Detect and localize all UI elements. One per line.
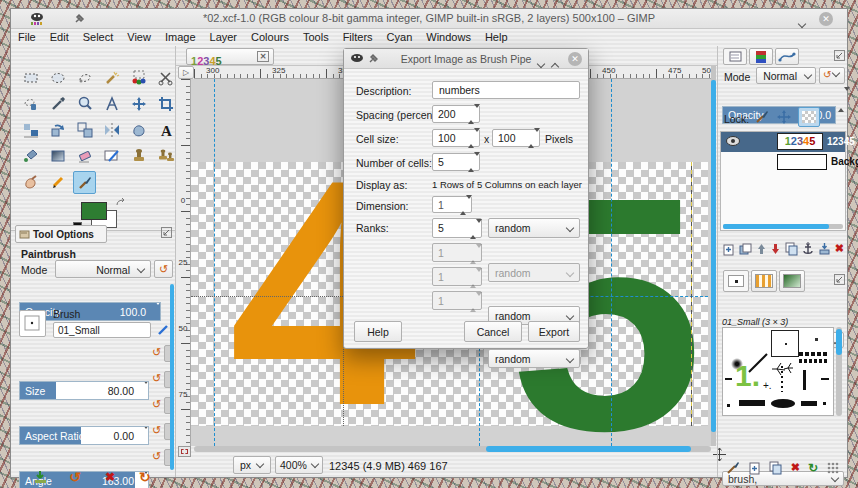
restore-tool-preset-icon[interactable]: ↺ (69, 469, 81, 485)
brush-item[interactable] (799, 359, 829, 363)
size-reset-icon[interactable]: ↺ (152, 346, 161, 359)
aspect-reset-icon[interactable]: ↺ (152, 372, 161, 385)
zoom-tool[interactable] (73, 93, 96, 116)
help-button[interactable]: Help (354, 321, 402, 342)
spacing-reset-icon[interactable]: ↺ (152, 424, 161, 437)
menu-windows[interactable]: Windows (419, 29, 478, 43)
tab-patterns[interactable] (751, 270, 777, 292)
delete-brush-icon[interactable]: ✖ (791, 461, 800, 477)
raise-layer-icon[interactable] (756, 242, 767, 258)
flip-tool[interactable] (100, 119, 123, 142)
gradient-tool[interactable] (46, 145, 69, 168)
angle-reset-icon[interactable]: ↺ (152, 398, 161, 411)
vertical-ruler[interactable]: 0 25 50 75 100 (176, 79, 191, 446)
delete-tool-preset-icon[interactable]: ✖ (105, 470, 115, 484)
open-brush-as-image-icon[interactable] (826, 461, 840, 477)
fuzzy-select-tool[interactable] (100, 67, 123, 90)
foreground-colour-swatch[interactable] (81, 202, 107, 220)
new-brush-icon[interactable] (748, 461, 761, 477)
rank-mode-dropdown-1[interactable]: random (488, 218, 580, 238)
pencil-tool[interactable] (46, 171, 69, 194)
mode-reset-button[interactable]: ↺ (154, 260, 173, 278)
description-input[interactable]: numbers (432, 81, 580, 99)
clone-tool[interactable] (127, 145, 150, 168)
number-of-cells-spinner[interactable]: 5 (432, 153, 480, 171)
perspective-clone-tool[interactable] (154, 145, 177, 168)
menu-colours[interactable]: Colours (244, 29, 296, 43)
cell-width-spinner[interactable]: 100 (432, 129, 480, 147)
brush-name-entry[interactable]: 01_Small (53, 322, 151, 338)
cell-height-spinner[interactable]: 100 (492, 129, 540, 147)
cancel-button[interactable]: Cancel (464, 321, 522, 342)
brush-item[interactable] (821, 378, 829, 380)
close-image-tab-icon[interactable]: ✕ (257, 51, 269, 62)
new-layer-icon[interactable] (722, 242, 735, 258)
layer-opacity-spinner[interactable] (838, 91, 847, 109)
brush-item[interactable] (801, 401, 817, 406)
layer-mode-dropdown[interactable]: Normal (756, 67, 816, 84)
tab-paths[interactable] (775, 48, 799, 65)
visibility-eye-icon[interactable] (726, 136, 740, 146)
smudge-tool[interactable] (19, 171, 42, 194)
layers-dock-configure-icon[interactable] (834, 50, 845, 61)
image-tab-12345[interactable]: 12345 ✕ (186, 48, 274, 65)
brushes-dock-configure-icon[interactable] (834, 274, 845, 285)
lock-position-icon[interactable] (776, 109, 792, 125)
crop-tool[interactable] (154, 93, 177, 116)
tab-tool-options[interactable]: Tool Options (15, 225, 107, 243)
duplicate-brush-icon[interactable] (769, 461, 783, 477)
menu-image[interactable]: Image (158, 29, 203, 43)
aspect-ratio-slider[interactable]: Aspect Ratio 0.00 (19, 426, 149, 445)
refresh-brushes-icon[interactable]: ↻ (808, 461, 818, 477)
swap-colours-icon[interactable] (115, 198, 127, 208)
handle-transform-tool[interactable] (127, 119, 150, 142)
tool-options-scrollbar[interactable] (170, 284, 174, 470)
menu-layer[interactable]: Layer (203, 29, 245, 43)
brush-item[interactable] (803, 370, 806, 390)
brush-thumbnail[interactable] (19, 310, 46, 337)
select-by-color-tool[interactable] (127, 67, 150, 90)
new-layer-group-icon[interactable] (739, 242, 752, 258)
layer-name[interactable]: Backgro (831, 156, 858, 167)
scissors-select-tool[interactable] (154, 67, 177, 90)
dialog-titlebar[interactable]: Export Image as Brush Pipe ✕ (344, 49, 588, 69)
menu-view[interactable]: View (120, 29, 158, 43)
measure-tool[interactable] (100, 93, 123, 116)
quick-mask-toggle[interactable] (178, 446, 191, 457)
dialog-close-button[interactable]: ✕ (568, 52, 582, 66)
rotate-tool[interactable] (46, 119, 69, 142)
menu-filters[interactable]: Filters (336, 29, 380, 43)
canvas-vertical-scrollbar[interactable] (711, 66, 716, 446)
paintbrush-tool[interactable] (73, 171, 96, 194)
brush-item[interactable] (771, 399, 795, 408)
lock-pixels-icon[interactable] (754, 109, 770, 125)
tab-gradients[interactable] (779, 270, 805, 292)
brush-item[interactable] (771, 360, 795, 378)
tab-channels[interactable] (749, 48, 773, 65)
scale-tool[interactable] (73, 119, 96, 142)
window-titlebar[interactable]: *02.xcf-1.0 (RGB colour 8-bit gamma inte… (11, 9, 847, 29)
menu-edit[interactable]: Edit (43, 29, 76, 43)
rectangle-select-tool[interactable] (19, 67, 42, 90)
brush-item-number-1[interactable]: 1. (735, 361, 760, 391)
layer-row-background[interactable]: Backgro (721, 152, 845, 172)
edit-brush-icon[interactable] (157, 322, 171, 336)
rank-spinner-1[interactable]: 5 (432, 218, 482, 238)
guide-vertical-300[interactable] (214, 79, 215, 446)
brush-item[interactable] (815, 338, 818, 341)
lock-alpha-button[interactable] (798, 107, 820, 127)
ellipse-select-tool[interactable] (46, 67, 69, 90)
merge-layer-icon[interactable] (818, 242, 831, 258)
menu-tools[interactable]: Tools (296, 29, 336, 43)
dialog-shade-icon[interactable] (548, 58, 558, 76)
brush-item[interactable] (781, 366, 783, 392)
dialog-menu-icon[interactable] (534, 55, 544, 73)
canvas-horizontal-scrollbar[interactable] (194, 446, 711, 452)
window-close-button[interactable]: ✕ (819, 12, 833, 26)
zoom-dropdown[interactable]: 400% (275, 456, 323, 474)
delete-layer-icon[interactable]: ✖ (835, 242, 844, 258)
layer-row-12345[interactable]: 12345 12345 (721, 132, 845, 152)
menu-help[interactable]: Help (478, 29, 515, 43)
layer-mode-reset-button[interactable]: ↺ (819, 67, 845, 84)
export-button[interactable]: Export (528, 321, 580, 342)
